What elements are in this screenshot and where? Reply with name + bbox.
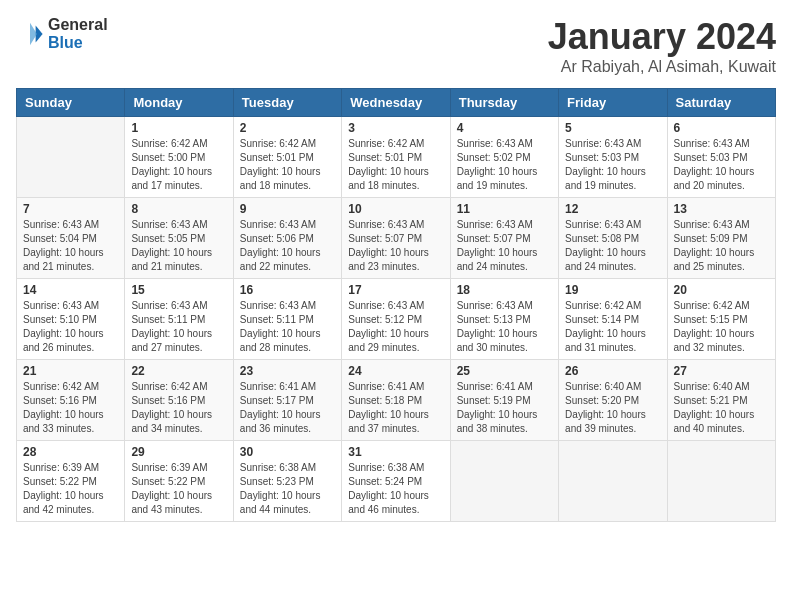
day-info: Sunrise: 6:41 AMSunset: 5:19 PMDaylight:…	[457, 380, 552, 436]
day-number: 1	[131, 121, 226, 135]
calendar-cell: 6Sunrise: 6:43 AMSunset: 5:03 PMDaylight…	[667, 117, 775, 198]
day-number: 13	[674, 202, 769, 216]
calendar-cell: 14Sunrise: 6:43 AMSunset: 5:10 PMDayligh…	[17, 279, 125, 360]
calendar-cell: 5Sunrise: 6:43 AMSunset: 5:03 PMDaylight…	[559, 117, 667, 198]
calendar-cell: 31Sunrise: 6:38 AMSunset: 5:24 PMDayligh…	[342, 441, 450, 522]
day-info: Sunrise: 6:40 AMSunset: 5:20 PMDaylight:…	[565, 380, 660, 436]
calendar-cell: 8Sunrise: 6:43 AMSunset: 5:05 PMDaylight…	[125, 198, 233, 279]
day-info: Sunrise: 6:43 AMSunset: 5:11 PMDaylight:…	[240, 299, 335, 355]
day-info: Sunrise: 6:43 AMSunset: 5:02 PMDaylight:…	[457, 137, 552, 193]
day-info: Sunrise: 6:41 AMSunset: 5:18 PMDaylight:…	[348, 380, 443, 436]
calendar-cell: 16Sunrise: 6:43 AMSunset: 5:11 PMDayligh…	[233, 279, 341, 360]
day-info: Sunrise: 6:43 AMSunset: 5:06 PMDaylight:…	[240, 218, 335, 274]
calendar-cell: 30Sunrise: 6:38 AMSunset: 5:23 PMDayligh…	[233, 441, 341, 522]
weekday-header-thursday: Thursday	[450, 89, 558, 117]
page-header: General Blue January 2024 Ar Rabiyah, Al…	[16, 16, 776, 76]
day-info: Sunrise: 6:43 AMSunset: 5:03 PMDaylight:…	[565, 137, 660, 193]
calendar-cell: 25Sunrise: 6:41 AMSunset: 5:19 PMDayligh…	[450, 360, 558, 441]
day-number: 11	[457, 202, 552, 216]
day-number: 5	[565, 121, 660, 135]
calendar-cell: 4Sunrise: 6:43 AMSunset: 5:02 PMDaylight…	[450, 117, 558, 198]
day-number: 29	[131, 445, 226, 459]
calendar-cell: 2Sunrise: 6:42 AMSunset: 5:01 PMDaylight…	[233, 117, 341, 198]
calendar-cell: 18Sunrise: 6:43 AMSunset: 5:13 PMDayligh…	[450, 279, 558, 360]
calendar-cell	[17, 117, 125, 198]
day-number: 12	[565, 202, 660, 216]
calendar-cell: 21Sunrise: 6:42 AMSunset: 5:16 PMDayligh…	[17, 360, 125, 441]
calendar-cell: 13Sunrise: 6:43 AMSunset: 5:09 PMDayligh…	[667, 198, 775, 279]
day-number: 28	[23, 445, 118, 459]
day-number: 9	[240, 202, 335, 216]
calendar-cell: 12Sunrise: 6:43 AMSunset: 5:08 PMDayligh…	[559, 198, 667, 279]
day-info: Sunrise: 6:43 AMSunset: 5:12 PMDaylight:…	[348, 299, 443, 355]
day-number: 15	[131, 283, 226, 297]
day-info: Sunrise: 6:43 AMSunset: 5:10 PMDaylight:…	[23, 299, 118, 355]
day-info: Sunrise: 6:38 AMSunset: 5:24 PMDaylight:…	[348, 461, 443, 517]
day-info: Sunrise: 6:43 AMSunset: 5:08 PMDaylight:…	[565, 218, 660, 274]
calendar-cell	[667, 441, 775, 522]
calendar-cell: 23Sunrise: 6:41 AMSunset: 5:17 PMDayligh…	[233, 360, 341, 441]
logo-general-text: General	[48, 16, 108, 34]
weekday-header-monday: Monday	[125, 89, 233, 117]
day-info: Sunrise: 6:38 AMSunset: 5:23 PMDaylight:…	[240, 461, 335, 517]
day-info: Sunrise: 6:42 AMSunset: 5:16 PMDaylight:…	[23, 380, 118, 436]
calendar-cell: 24Sunrise: 6:41 AMSunset: 5:18 PMDayligh…	[342, 360, 450, 441]
calendar-week-3: 14Sunrise: 6:43 AMSunset: 5:10 PMDayligh…	[17, 279, 776, 360]
day-info: Sunrise: 6:42 AMSunset: 5:16 PMDaylight:…	[131, 380, 226, 436]
calendar-table: SundayMondayTuesdayWednesdayThursdayFrid…	[16, 88, 776, 522]
weekday-header-friday: Friday	[559, 89, 667, 117]
calendar-cell	[450, 441, 558, 522]
day-number: 24	[348, 364, 443, 378]
day-number: 22	[131, 364, 226, 378]
day-number: 4	[457, 121, 552, 135]
calendar-cell: 28Sunrise: 6:39 AMSunset: 5:22 PMDayligh…	[17, 441, 125, 522]
day-number: 30	[240, 445, 335, 459]
calendar-cell: 26Sunrise: 6:40 AMSunset: 5:20 PMDayligh…	[559, 360, 667, 441]
calendar-cell: 15Sunrise: 6:43 AMSunset: 5:11 PMDayligh…	[125, 279, 233, 360]
day-number: 2	[240, 121, 335, 135]
day-number: 27	[674, 364, 769, 378]
calendar-cell: 11Sunrise: 6:43 AMSunset: 5:07 PMDayligh…	[450, 198, 558, 279]
day-info: Sunrise: 6:42 AMSunset: 5:01 PMDaylight:…	[348, 137, 443, 193]
day-number: 19	[565, 283, 660, 297]
calendar-header-row: SundayMondayTuesdayWednesdayThursdayFrid…	[17, 89, 776, 117]
logo-text: General Blue	[48, 16, 108, 51]
day-number: 25	[457, 364, 552, 378]
day-info: Sunrise: 6:43 AMSunset: 5:07 PMDaylight:…	[457, 218, 552, 274]
logo-blue-text: Blue	[48, 34, 108, 52]
calendar-cell: 20Sunrise: 6:42 AMSunset: 5:15 PMDayligh…	[667, 279, 775, 360]
calendar-cell: 29Sunrise: 6:39 AMSunset: 5:22 PMDayligh…	[125, 441, 233, 522]
calendar-week-1: 1Sunrise: 6:42 AMSunset: 5:00 PMDaylight…	[17, 117, 776, 198]
day-info: Sunrise: 6:41 AMSunset: 5:17 PMDaylight:…	[240, 380, 335, 436]
title-block: January 2024 Ar Rabiyah, Al Asimah, Kuwa…	[548, 16, 776, 76]
day-number: 16	[240, 283, 335, 297]
day-number: 21	[23, 364, 118, 378]
day-number: 17	[348, 283, 443, 297]
calendar-cell: 9Sunrise: 6:43 AMSunset: 5:06 PMDaylight…	[233, 198, 341, 279]
calendar-cell: 1Sunrise: 6:42 AMSunset: 5:00 PMDaylight…	[125, 117, 233, 198]
day-number: 14	[23, 283, 118, 297]
day-number: 8	[131, 202, 226, 216]
calendar-cell: 27Sunrise: 6:40 AMSunset: 5:21 PMDayligh…	[667, 360, 775, 441]
calendar-cell: 3Sunrise: 6:42 AMSunset: 5:01 PMDaylight…	[342, 117, 450, 198]
calendar-cell: 22Sunrise: 6:42 AMSunset: 5:16 PMDayligh…	[125, 360, 233, 441]
day-info: Sunrise: 6:43 AMSunset: 5:05 PMDaylight:…	[131, 218, 226, 274]
day-info: Sunrise: 6:42 AMSunset: 5:15 PMDaylight:…	[674, 299, 769, 355]
calendar-cell: 7Sunrise: 6:43 AMSunset: 5:04 PMDaylight…	[17, 198, 125, 279]
month-title: January 2024	[548, 16, 776, 58]
calendar-cell: 17Sunrise: 6:43 AMSunset: 5:12 PMDayligh…	[342, 279, 450, 360]
day-info: Sunrise: 6:43 AMSunset: 5:03 PMDaylight:…	[674, 137, 769, 193]
logo: General Blue	[16, 16, 108, 51]
location-title: Ar Rabiyah, Al Asimah, Kuwait	[548, 58, 776, 76]
weekday-header-sunday: Sunday	[17, 89, 125, 117]
calendar-cell: 10Sunrise: 6:43 AMSunset: 5:07 PMDayligh…	[342, 198, 450, 279]
day-number: 7	[23, 202, 118, 216]
calendar-week-2: 7Sunrise: 6:43 AMSunset: 5:04 PMDaylight…	[17, 198, 776, 279]
day-info: Sunrise: 6:39 AMSunset: 5:22 PMDaylight:…	[23, 461, 118, 517]
day-info: Sunrise: 6:43 AMSunset: 5:07 PMDaylight:…	[348, 218, 443, 274]
day-info: Sunrise: 6:42 AMSunset: 5:00 PMDaylight:…	[131, 137, 226, 193]
day-number: 18	[457, 283, 552, 297]
day-info: Sunrise: 6:42 AMSunset: 5:14 PMDaylight:…	[565, 299, 660, 355]
calendar-week-4: 21Sunrise: 6:42 AMSunset: 5:16 PMDayligh…	[17, 360, 776, 441]
logo-icon	[16, 20, 44, 48]
